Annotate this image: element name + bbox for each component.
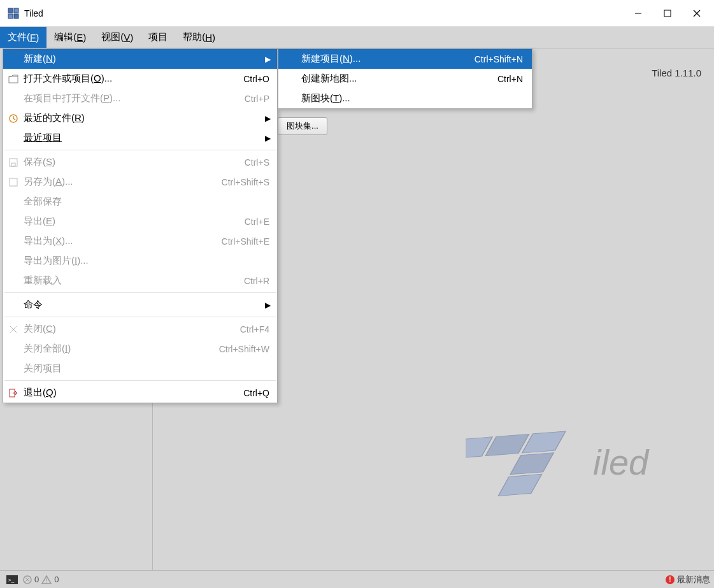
menu-item-save-as: 另存为(A)...Ctrl+Shift+S <box>3 172 277 192</box>
window-controls <box>624 0 711 27</box>
exit-icon <box>3 389 24 398</box>
menu-separator <box>4 150 276 150</box>
menu-separator <box>4 317 276 317</box>
menu-item-close: 关闭(C)Ctrl+F4 <box>3 319 277 339</box>
close-button[interactable] <box>682 0 711 27</box>
error-count: 0 <box>34 575 39 584</box>
menu-item-save-all: 全部保存 <box>3 192 277 212</box>
alert-icon: ! <box>666 575 675 584</box>
menu-item-export-as: 导出为(X)...Ctrl+Shift+E <box>3 231 277 251</box>
clock-icon <box>3 114 24 123</box>
save-as-icon <box>3 178 24 187</box>
submenu-item-new-project[interactable]: 新建项目(N)...Ctrl+Shift+N <box>278 49 532 69</box>
svg-rect-13 <box>9 76 18 83</box>
submenu-item-new-tileset[interactable]: 新图块(T)... <box>278 89 532 108</box>
file-menu-dropdown: 新建(N)▶ 打开文件或项目(O)...Ctrl+O 在项目中打开文件(P)..… <box>3 48 278 403</box>
app-icon <box>8 8 19 19</box>
submenu-item-new-map[interactable]: 创建新地图...Ctrl+N <box>278 69 532 89</box>
menu-item-close-project: 关闭项目 <box>3 359 277 378</box>
svg-rect-17 <box>10 178 17 186</box>
menu-item-open[interactable]: 打开文件或项目(O)...Ctrl+O <box>3 69 277 89</box>
menu-item-close-all: 关闭全部(I)Ctrl+Shift+W <box>3 339 277 359</box>
menu-item-open-in-project: 在项目中打开文件(P)...Ctrl+P <box>3 89 277 108</box>
menu-separator <box>4 292 276 293</box>
svg-rect-0 <box>8 8 13 13</box>
menu-item-recent-files[interactable]: 最近的文件(R)▶ <box>3 108 277 128</box>
logo-text: iled <box>593 442 650 482</box>
menu-item-export-image: 导出为图片(I)... <box>3 251 277 271</box>
menu-view[interactable]: 视图(V) <box>94 27 141 48</box>
menu-help[interactable]: 帮助(H) <box>175 27 223 48</box>
svg-rect-5 <box>664 10 671 17</box>
menu-item-new[interactable]: 新建(N)▶ <box>3 49 277 69</box>
svg-rect-15 <box>10 159 17 166</box>
svg-text:>_: >_ <box>8 577 15 583</box>
tiled-logo: iled <box>466 392 689 519</box>
version-label: Tiled 1.11.0 <box>652 68 701 78</box>
statusbar: >_ 0 0 ! 最新消息 <box>0 570 714 588</box>
minimize-button[interactable] <box>624 0 653 27</box>
menu-item-commands[interactable]: 命令▶ <box>3 295 277 315</box>
menu-edit[interactable]: 编辑(E) <box>46 27 94 48</box>
menu-item-quit[interactable]: 退出(Q)Ctrl+Q <box>3 383 277 403</box>
new-submenu: 新建项目(N)...Ctrl+Shift+N 创建新地图...Ctrl+N 新图… <box>278 48 532 109</box>
maximize-button[interactable] <box>653 0 682 27</box>
warning-icon[interactable] <box>41 575 52 584</box>
menu-item-recent-projects[interactable]: 最近项目▶ <box>3 128 277 148</box>
menu-file[interactable]: 文件(F) <box>0 27 46 48</box>
window-title: Tiled <box>24 8 624 18</box>
console-icon[interactable]: >_ <box>6 575 18 584</box>
svg-rect-11 <box>510 453 553 475</box>
menu-item-save: 保存(S)Ctrl+S <box>3 152 277 172</box>
svg-rect-3 <box>14 14 18 18</box>
menu-project[interactable]: 项目 <box>141 27 175 48</box>
menubar: 文件(F) 编辑(E) 视图(V) 项目 帮助(H) <box>0 27 714 48</box>
warning-count: 0 <box>54 575 59 584</box>
svg-rect-1 <box>14 8 18 13</box>
error-icon[interactable] <box>23 575 32 584</box>
svg-point-27 <box>46 582 47 583</box>
menu-item-reload: 重新载入Ctrl+R <box>3 271 277 290</box>
svg-rect-2 <box>8 14 13 18</box>
menu-separator <box>4 380 276 381</box>
save-icon <box>3 158 24 167</box>
svg-rect-12 <box>498 474 541 496</box>
close-icon <box>3 326 24 333</box>
titlebar: Tiled <box>0 0 714 27</box>
folder-icon <box>3 75 24 83</box>
watermark: 博客 <box>696 575 710 584</box>
menu-item-export: 导出(E)Ctrl+E <box>3 212 277 231</box>
tileset-button[interactable]: 图块集... <box>278 117 327 135</box>
svg-rect-16 <box>11 163 15 166</box>
